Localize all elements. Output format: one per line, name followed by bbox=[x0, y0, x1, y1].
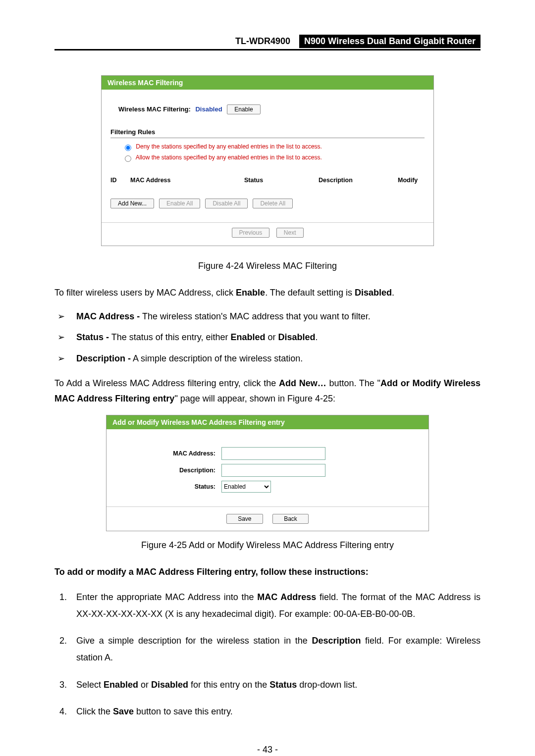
add-new-button[interactable]: Add New... bbox=[110, 199, 154, 208]
enable-button[interactable]: Enable bbox=[227, 104, 260, 114]
col-status: Status bbox=[244, 177, 319, 184]
deny-label: Deny the stations specified by any enabl… bbox=[136, 143, 322, 150]
disable-all-button[interactable]: Disable All bbox=[205, 199, 248, 208]
figure-4-25: Add or Modify Wireless MAC Address Filte… bbox=[106, 415, 429, 531]
panel-title: Wireless MAC Filtering bbox=[102, 76, 433, 90]
step-2: Give a simple description for the wirele… bbox=[69, 632, 481, 666]
bullet-status: Status - The status of this entry, eithe… bbox=[54, 330, 481, 345]
step-1: Enter the appropriate MAC Address into t… bbox=[69, 589, 481, 622]
status-select[interactable]: Enabled bbox=[221, 481, 271, 493]
bullet-description: Description - A simple description of th… bbox=[54, 352, 481, 366]
allow-radio[interactable] bbox=[125, 155, 131, 162]
add-new-paragraph: To Add a Wireless MAC Address filtering … bbox=[54, 376, 481, 406]
col-desc: Description bbox=[319, 177, 398, 184]
col-id: ID bbox=[110, 177, 130, 184]
deny-option[interactable]: Deny the stations specified by any enabl… bbox=[122, 143, 425, 151]
back-button[interactable]: Back bbox=[272, 514, 309, 524]
bullet-mac-address: MAC Address - The wireless station's MAC… bbox=[54, 309, 481, 324]
save-button[interactable]: Save bbox=[226, 514, 263, 524]
table-header: ID MAC Address Status Description Modify bbox=[110, 177, 425, 187]
figure-4-25-caption: Figure 4-25 Add or Modify Wireless MAC A… bbox=[54, 540, 481, 551]
allow-option[interactable]: Allow the stations specified by any enab… bbox=[122, 154, 425, 162]
filtering-status-value: Disabled bbox=[195, 105, 222, 113]
description-label: Description: bbox=[116, 467, 221, 474]
step-4: Click the Save button to save this entry… bbox=[69, 703, 481, 720]
step-3: Select Enabled or Disabled for this entr… bbox=[69, 676, 481, 693]
figure-4-24: Wireless MAC Filtering Wireless MAC Filt… bbox=[101, 75, 434, 246]
description-input[interactable] bbox=[221, 464, 325, 477]
intro-paragraph: To filter wireless users by MAC Address,… bbox=[54, 285, 481, 301]
filtering-status-label: Wireless MAC Filtering: bbox=[118, 105, 191, 113]
deny-radio[interactable] bbox=[125, 145, 131, 151]
col-mac: MAC Address bbox=[130, 177, 244, 184]
previous-button[interactable]: Previous bbox=[232, 228, 270, 238]
mac-address-input[interactable] bbox=[221, 447, 325, 460]
delete-all-button[interactable]: Delete All bbox=[253, 199, 293, 208]
next-button[interactable]: Next bbox=[276, 228, 304, 238]
page-header: TL-WDR4900 N900 Wireless Dual Band Gigab… bbox=[54, 35, 481, 50]
mac-address-label: MAC Address: bbox=[116, 450, 221, 457]
status-label: Status: bbox=[116, 483, 221, 490]
instruction-steps: Enter the appropriate MAC Address into t… bbox=[54, 589, 481, 720]
model-label: TL-WDR4900 bbox=[231, 35, 294, 48]
enable-all-button[interactable]: Enable All bbox=[159, 199, 200, 208]
figure-4-24-caption: Figure 4-24 Wireless MAC Filtering bbox=[54, 261, 481, 271]
field-list: MAC Address - The wireless station's MAC… bbox=[54, 309, 481, 366]
page-number: - 43 - bbox=[54, 745, 481, 755]
panel-title-2: Add or Modify Wireless MAC Address Filte… bbox=[107, 415, 428, 429]
instructions-heading: To add or modify a MAC Address Filtering… bbox=[54, 564, 481, 580]
product-title: N900 Wireless Dual Band Gigabit Router bbox=[299, 35, 481, 48]
allow-label: Allow the stations specified by any enab… bbox=[136, 154, 322, 161]
filtering-rules-heading: Filtering Rules bbox=[110, 128, 425, 138]
col-modify: Modify bbox=[398, 177, 425, 184]
